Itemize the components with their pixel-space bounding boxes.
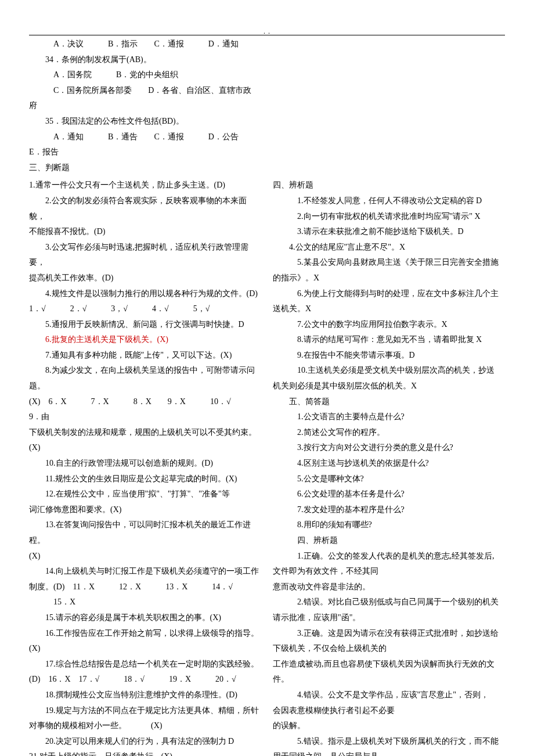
q34: 34．条例的制发权属于(AB)。 <box>29 52 505 68</box>
q34-opts-a: A．国务院 B．党的中央组织 <box>29 67 505 83</box>
top-section: A．决议 B．指示 C．通报 D．通知 34．条例的制发权属于(AB)。 A．国… <box>29 37 505 175</box>
text-line: 16.工作报告应在工作开始之前写，以求得上级领导的指导。(X) <box>29 626 261 657</box>
text-line: 18.撰制规性公文应当特别注意维护文件的条理性。(D) <box>29 687 261 703</box>
text-line: 2.错误。对比自己级别低或与自己同属于一个级别的机关 <box>273 595 505 610</box>
text-line: 8.为减少发文，在向上级机关呈送的报告中，可附带请示问题。 <box>29 363 261 394</box>
text-line: 文件即为有效文件，不经其同 <box>273 564 505 579</box>
text-line: 四、辨析题 <box>273 533 505 549</box>
text-line: 下级机关制发的法规和规章，规围的上级机关可以不受其约束。(X) <box>29 425 261 456</box>
text-line: 5.通报用于反映新情况、新问题，行文强调与时快捷。D <box>29 317 261 333</box>
text-line: 7.发文处理的基本程序是什么? <box>273 502 505 518</box>
text-line: 下级机关，不仅会给上级机关的 <box>273 641 505 657</box>
text-line: 3.公文写作必须与时迅速,把握时机，适应机关行政管理需要， <box>29 240 261 271</box>
text-line: 用于同级之间。县公安局与县 <box>273 749 505 756</box>
text-line: 对事物的规模相对小一些。 (X) <box>29 718 261 734</box>
text-line: 请示批准，应该用"函"。 <box>273 610 505 626</box>
text-line: 3.请示在未获批准之前不能抄送给下级机关。D <box>273 224 505 240</box>
text-line: 会因表意模糊使执行者引起不必要 <box>273 703 505 719</box>
text-line: 5.某县公安局向县财政局主送《关于限三日完善安全措施 <box>273 255 505 271</box>
text-line: 17.综合性总结报告是总结一个机关在一定时期的实践经验。 <box>29 657 261 672</box>
text-line: 20.决定可以用来规人们的行为，具有法定的强制力 D <box>29 734 261 750</box>
text-line: 五、简答题 <box>273 394 505 410</box>
text-line: 1.不经签发人同意，任何人不得改动公文定稿的容 D <box>273 193 505 209</box>
text-line: 6.为使上行文能得到与时的处理，应在文中多标注几个主 <box>273 286 505 302</box>
text-line: 13.在答复询问报告中，可以同时汇报本机关的最近工作进程。 <box>29 517 261 548</box>
text-line: 8.请示的结尾可写作：意见如无不当，请着即批复 X <box>273 332 505 348</box>
text-line: 6.批复的主送机关是下级机关。(X) <box>29 332 261 348</box>
text-line: 工作造成被动,而且也容易使下级机关因为误解而执行无效的文件。 <box>273 657 505 687</box>
text-line: 7.通知具有多种功能，既能"上传"，又可以下达。(X) <box>29 348 261 363</box>
text-line: 15．X <box>29 595 261 610</box>
q33-options: A．决议 B．指示 C．通报 D．通知 <box>29 37 505 52</box>
text-line: 的指示》。X <box>273 271 505 286</box>
q34-opts-b: C．国务院所属各部委 D．各省、自治区、直辖市政 <box>29 83 505 99</box>
text-line: 10.自主的行政管理法规可以创造新的规则。(D) <box>29 456 261 471</box>
q35-opts-b: E．报告 <box>29 145 505 160</box>
text-line: 四、辨析题 <box>273 178 505 193</box>
section-3-heading: 三、判断题 <box>29 160 505 176</box>
text-line: 制度。(D) 11．X 12．X 13．X 14．√ <box>29 579 261 595</box>
text-line: 1.正确。公文的签发人代表的是机关的意志,经其签发后, <box>273 549 505 564</box>
q35: 35．我国法定的公布性文件包括(BD)。 <box>29 114 505 129</box>
text-line: (D) 16．X 17．√ 18．√ 19．X 20．√ <box>29 672 261 687</box>
left-column: 1.通常一件公文只有一个主送机关，防止多头主送。(D)2.公文的制发必须符合客观… <box>29 178 261 756</box>
text-line: 1．√ 2．√ 3，√ 4．√ 5，√ <box>29 301 261 317</box>
text-line: 3.按行文方向对公文进行分类的意义是什么? <box>273 440 505 456</box>
text-line: (X) 6．X 7．X 8．X 9．X 10．√ 9．由 <box>29 394 261 425</box>
text-line: 8.用印的须知有哪些? <box>273 517 505 533</box>
text-line: 1.公文语言的主要特点是什么? <box>273 409 505 425</box>
text-line: 12.在规性公文中，应当使用"拟"、"打算"、"准备"等 <box>29 487 261 502</box>
text-line: 21.对于上级的指示，只须参考执行。(X) <box>29 749 261 756</box>
text-line: 意而改动文件容是非法的。 <box>273 579 505 595</box>
q34-opts-c: 府 <box>29 98 505 114</box>
right-column: 四、辨析题1.不经签发人同意，任何人不得改动公文定稿的容 D2.向一切有审批权的… <box>273 178 505 756</box>
text-line: 4.公文的结尾应"言止意不尽"。X <box>273 240 505 255</box>
text-line: 7.公文中的数字均应用阿拉伯数字表示。X <box>273 317 505 333</box>
text-line: 不能报喜不报忧。(D) <box>29 224 261 240</box>
text-line: 6.公文处理的基本任务是什么? <box>273 487 505 502</box>
text-line: 10.主送机关必须是受文机关中级别层次高的机关，抄送 <box>273 363 505 379</box>
text-line: 11.规性公文的生效日期应是公文起草完成的时间。(X) <box>29 471 261 487</box>
text-line: 的误解。 <box>273 718 505 734</box>
two-column-body: 1.通常一件公文只有一个主送机关，防止多头主送。(D)2.公文的制发必须符合客观… <box>29 178 505 756</box>
text-line: 2.向一切有审批权的机关请求批准时均应写"请示" X <box>273 209 505 225</box>
text-line: 词汇修饰意图和要求。(X) <box>29 502 261 518</box>
text-line: 3.正确。这是因为请示在没有获得正式批准时，如抄送给 <box>273 626 505 642</box>
text-line: 14.向上级机关与时汇报工作是下级机关必须遵守的一项工作 <box>29 564 261 579</box>
text-line: 2.简述公文写作的程序。 <box>273 425 505 441</box>
text-line: 提高机关工作效率。(D) <box>29 271 261 286</box>
text-line: 5.公文是哪种文体? <box>273 471 505 487</box>
top-divider <box>29 35 505 35</box>
text-line: 4.错误。公文不是文学作品，应该"言尽意止"，否则， <box>273 687 505 703</box>
text-line: 1.通常一件公文只有一个主送机关，防止多头主送。(D) <box>29 178 261 193</box>
text-line: 4.规性文件是以强制力推行的用以规各种行为规的文件。(D) <box>29 286 261 302</box>
text-line: (X) <box>29 549 261 564</box>
text-line: 机关则必须是其中级别层次低的机关。X <box>273 379 505 394</box>
text-line: 9.在报告中不能夹带请示事项。D <box>273 348 505 363</box>
text-line: 2.公文的制发必须符合客观实际，反映客观事物的本来面貌， <box>29 193 261 224</box>
text-line: 5.错误。指示是上级机关对下级所属机关的行文，而不能 <box>273 734 505 750</box>
q35-opts-a: A．通知 B．通告 C．通报 D．公告 <box>29 129 505 145</box>
text-line: 4.区别主送与抄送机关的依据是什么? <box>273 456 505 471</box>
text-line: 15.请示的容必须是属于本机关职权围之的事。(X) <box>29 610 261 626</box>
text-line: 19.规定与方法的不同点在于规定比方法更具体、精细，所针 <box>29 703 261 719</box>
text-line: 送机关。X <box>273 301 505 317</box>
